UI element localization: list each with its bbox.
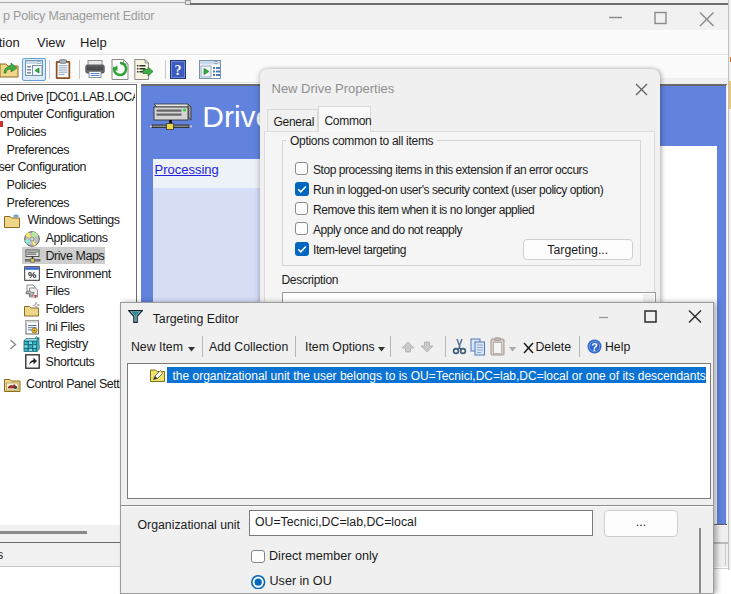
svg-text:?: ? [175,63,182,78]
svg-text:%: % [28,269,37,280]
svg-text:?: ? [592,341,598,353]
